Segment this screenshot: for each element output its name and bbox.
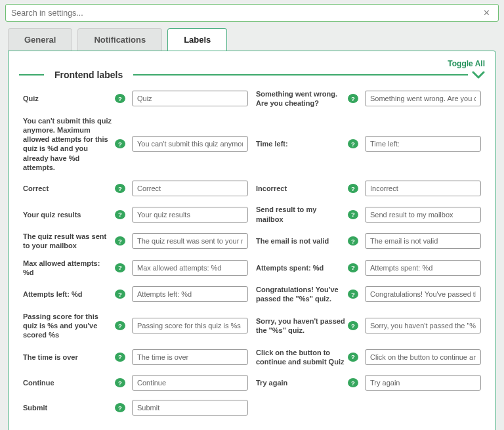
field-label: Passing score for this quiz is %s and yo… (23, 312, 115, 340)
help-icon[interactable]: ? (348, 94, 358, 103)
field-label: Attempts spent: %d (256, 263, 348, 272)
help-icon[interactable]: ? (348, 210, 358, 219)
panel-header: Frontend labels (19, 70, 485, 80)
field-input[interactable] (132, 400, 248, 416)
help-icon[interactable]: ? (348, 290, 358, 299)
field-row: Attempts spent: %d? (252, 255, 485, 282)
field-row: Attempts left: %d? (19, 281, 252, 308)
help-icon[interactable]: ? (115, 321, 125, 330)
panel-title: Frontend labels (54, 70, 123, 80)
labels-panel: Toggle All Frontend labels Quiz?Somethin… (8, 51, 496, 430)
tab-general[interactable]: General (8, 28, 72, 51)
fields-grid: Quiz?Something went wrong. Are you cheat… (19, 85, 485, 420)
field-label: Quiz (23, 94, 115, 103)
field-row: You can't submit this quiz anymore. Maxi… (19, 112, 252, 177)
chevron-down-icon[interactable] (472, 70, 485, 79)
help-icon[interactable]: ? (115, 378, 125, 387)
field-label: Send result to my mailbox (256, 205, 348, 224)
field-input[interactable] (132, 233, 248, 249)
field-label: Your quiz results (23, 210, 115, 219)
field-row: Sorry, you haven't passed the "%s" quiz.… (252, 308, 485, 344)
field-input[interactable] (365, 233, 481, 249)
field-label: The email is not valid (256, 236, 348, 246)
field-row: The email is not valid? (252, 228, 485, 255)
field-label: Attempts left: %d (23, 290, 115, 299)
rule-right (133, 74, 468, 75)
help-icon[interactable]: ? (348, 263, 358, 272)
field-row: Continue? (19, 370, 252, 395)
field-row: Click on the button to continue and subm… (252, 344, 485, 371)
field-input[interactable] (132, 181, 248, 196)
tab-notifications[interactable]: Notifications (77, 28, 162, 51)
field-input[interactable] (365, 136, 481, 152)
field-input[interactable] (365, 286, 481, 302)
field-input[interactable] (132, 286, 248, 302)
help-icon[interactable]: ? (115, 403, 125, 412)
tabs: General Notifications Labels (0, 22, 504, 51)
field-input[interactable] (132, 349, 248, 365)
help-icon[interactable]: ? (115, 263, 125, 272)
help-icon[interactable]: ? (348, 184, 358, 193)
field-input[interactable] (132, 91, 248, 106)
field-input[interactable] (132, 375, 248, 391)
field-label: Correct (23, 184, 115, 193)
field-label: The quiz result was sent to your mailbox (23, 232, 115, 251)
help-icon[interactable]: ? (348, 236, 358, 246)
field-row: Time left:? (252, 112, 485, 177)
field-input[interactable] (365, 260, 481, 276)
help-icon[interactable]: ? (115, 94, 125, 103)
field-label: You can't submit this quiz anymore. Maxi… (23, 116, 115, 173)
field-row: Incorrect? (252, 176, 485, 201)
rule-left (19, 74, 44, 75)
field-row: Passing score for this quiz is %s and yo… (19, 308, 252, 344)
field-row: Send result to my mailbox? (252, 201, 485, 228)
field-label: Submit (23, 403, 115, 412)
field-input[interactable] (132, 260, 248, 276)
help-icon[interactable]: ? (348, 321, 358, 330)
field-input[interactable] (365, 349, 481, 365)
toggle-all[interactable]: Toggle All (19, 59, 485, 68)
field-input[interactable] (365, 91, 481, 106)
field-input[interactable] (365, 207, 481, 223)
field-row: Try again? (252, 370, 485, 395)
help-icon[interactable]: ? (115, 184, 125, 193)
help-icon[interactable]: ? (348, 139, 358, 148)
tab-labels[interactable]: Labels (167, 28, 227, 51)
help-icon[interactable]: ? (115, 210, 125, 219)
help-icon[interactable]: ? (348, 353, 358, 362)
field-label: Congratulations! You've passed the "%s" … (256, 285, 348, 304)
field-input[interactable] (365, 181, 481, 196)
help-icon[interactable]: ? (115, 353, 125, 362)
field-row: Submit? (19, 395, 252, 420)
field-label: Incorrect (256, 184, 348, 193)
field-label: Click on the button to continue and subm… (256, 348, 348, 367)
field-input[interactable] (365, 318, 481, 333)
field-row: Quiz? (19, 85, 252, 112)
field-label: Something went wrong. Are you cheating? (256, 89, 348, 108)
field-label: The time is over (23, 353, 115, 362)
field-input[interactable] (365, 375, 481, 391)
field-label: Time left: (256, 139, 348, 148)
field-label: Continue (23, 378, 115, 387)
field-input[interactable] (132, 318, 248, 333)
help-icon[interactable]: ? (348, 378, 358, 387)
field-row: Congratulations! You've passed the "%s" … (252, 281, 485, 308)
search-bar: ✕ (5, 4, 499, 22)
help-icon[interactable]: ? (115, 290, 125, 299)
field-row: Correct? (19, 176, 252, 201)
search-input[interactable] (11, 9, 480, 18)
field-row: The time is over? (19, 344, 252, 371)
field-label: Try again (256, 378, 348, 387)
field-label: Max allowed attempts: %d (23, 259, 115, 278)
field-input[interactable] (132, 207, 248, 223)
field-row: Your quiz results? (19, 201, 252, 228)
help-icon[interactable]: ? (115, 236, 125, 246)
toggle-all-label: Toggle All (448, 59, 485, 68)
help-icon[interactable]: ? (115, 139, 125, 148)
field-input[interactable] (132, 136, 248, 152)
field-label: Sorry, you haven't passed the "%s" quiz. (256, 316, 348, 335)
field-row: The quiz result was sent to your mailbox… (19, 228, 252, 255)
close-icon[interactable]: ✕ (480, 8, 493, 18)
field-row: Something went wrong. Are you cheating?? (252, 85, 485, 112)
field-row: Max allowed attempts: %d? (19, 255, 252, 282)
